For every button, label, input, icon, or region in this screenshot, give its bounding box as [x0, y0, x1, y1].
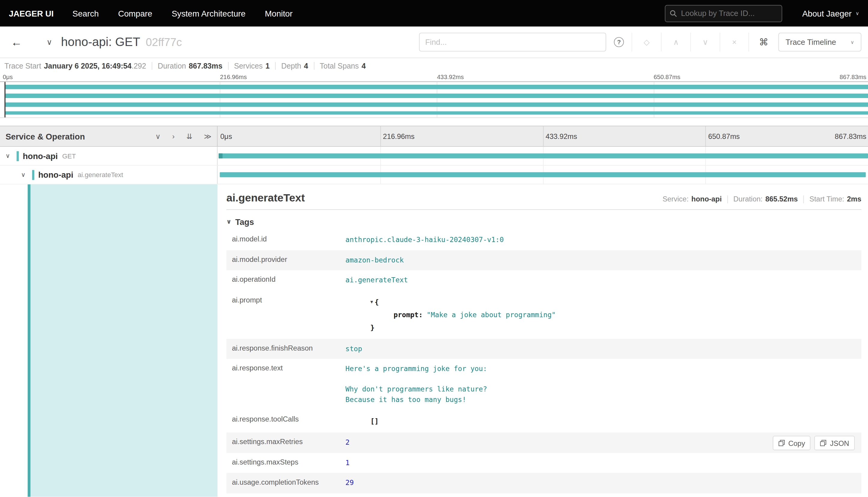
- collapse-children-icon[interactable]: ∨: [21, 171, 26, 178]
- about-jaeger-label: About Jaeger: [802, 9, 852, 18]
- trace-view-select[interactable]: Trace Timeline ∨: [778, 33, 862, 52]
- json-field-key: prompt:: [394, 310, 423, 319]
- tag-value: ai.generateText: [343, 270, 862, 290]
- search-icon: [670, 10, 677, 17]
- chevron-down-icon: ∨: [855, 11, 859, 16]
- span-row-ai-generatetext[interactable]: ∨ hono-api ai.generateText: [0, 166, 868, 185]
- collapse-trace-header-icon[interactable]: ∨: [47, 38, 52, 46]
- minimap-tick: 650.87ms: [654, 74, 680, 80]
- tag-key: ai.model.id: [226, 230, 343, 250]
- trace-id: 02ff77c: [146, 36, 182, 48]
- tag-key: ai.response.finishReason: [226, 339, 343, 359]
- trace-title: hono-api: GET: [61, 35, 140, 49]
- span-detail-header: ai.generateText Service: hono-api Durati…: [226, 191, 862, 210]
- span-service: hono-api: [23, 151, 58, 160]
- nav-item-monitor[interactable]: Monitor: [265, 9, 292, 18]
- json-button[interactable]: JSON: [814, 436, 855, 450]
- minimap-left-scrubber[interactable]: [4, 82, 6, 117]
- expand-one-level-icon[interactable]: ›: [172, 132, 175, 140]
- expand-all-icon[interactable]: ≫: [204, 132, 212, 140]
- minimap-span-bar: [5, 111, 868, 115]
- keyboard-shortcuts-icon[interactable]: ⌘: [759, 37, 768, 48]
- minimap-tick: 216.96ms: [220, 74, 247, 80]
- copy-json-icon: [820, 440, 826, 446]
- tags-actions: Copy JSON: [773, 436, 855, 450]
- span-duration-bar[interactable]: [218, 153, 868, 158]
- tag-value-json: ▼{ prompt:"Make a joke about programming…: [343, 290, 862, 339]
- minimap-tick: 0μs: [3, 74, 13, 80]
- about-jaeger-menu[interactable]: About Jaeger ∨: [802, 9, 859, 18]
- focus-match-icon[interactable]: ◇: [632, 33, 661, 52]
- next-match-icon[interactable]: ∨: [690, 33, 720, 52]
- span-detail-title: ai.generateText: [226, 191, 305, 204]
- back-icon[interactable]: ←: [11, 36, 22, 48]
- span-service: hono-api: [38, 170, 73, 179]
- trace-minimap[interactable]: [0, 82, 868, 118]
- span-row-get[interactable]: ∨ hono-api GET: [0, 147, 868, 166]
- minimap-tick-labels: 0μs 216.96ms 433.92ms 650.87ms 867.83ms: [0, 74, 868, 82]
- trace-lookup-box: [665, 5, 782, 22]
- trace-start-label: Trace Start: [4, 62, 41, 70]
- tag-value: Here's a programming joke for you: Why d…: [343, 359, 862, 410]
- span-name-cell[interactable]: ∨ hono-api ai.generateText: [0, 166, 218, 184]
- timeline-tick: 867.83ms: [835, 132, 866, 141]
- span-duration-bar[interactable]: [219, 172, 866, 178]
- trace-header: ← ∨ hono-api: GET 02ff77c ? ◇ ∧ ∨ × ⌘ Tr…: [0, 27, 868, 58]
- nav-item-search[interactable]: Search: [72, 9, 99, 18]
- span-name-cell[interactable]: ∨ hono-api GET: [0, 147, 218, 165]
- services-value: 1: [265, 62, 270, 70]
- chevron-down-icon: ∨: [226, 218, 231, 226]
- duration-label: Duration: [158, 62, 186, 70]
- collapse-all-icon[interactable]: ⇊: [186, 132, 192, 140]
- json-field-value: "Make a joke about programming": [426, 310, 556, 319]
- find-input[interactable]: [419, 33, 606, 52]
- tag-row: ai.model.provider amazon-bedrock: [226, 250, 862, 270]
- total-spans-value: 4: [362, 62, 366, 70]
- tag-key: ai.response.toolCalls: [226, 410, 343, 433]
- prev-match-icon[interactable]: ∧: [661, 33, 690, 52]
- clear-find-icon[interactable]: ×: [720, 33, 749, 52]
- nav-item-compare[interactable]: Compare: [118, 9, 153, 18]
- collapse-children-icon[interactable]: ∨: [5, 153, 10, 160]
- minimap-tick: 867.83ms: [839, 74, 866, 80]
- span-detail-name-column: [0, 184, 218, 497]
- help-icon[interactable]: ?: [614, 37, 624, 47]
- trace-summary-bar: Trace Start January 6 2025, 16:49:54 .29…: [0, 58, 868, 74]
- service-label: Service:: [663, 195, 689, 203]
- timeline-tick: 650.87ms: [708, 132, 740, 141]
- trace-lookup-input[interactable]: [681, 9, 777, 17]
- span-detail-panel: ai.generateText Service: hono-api Durati…: [218, 184, 868, 497]
- tag-row: ai.usage.promptTokens 12: [226, 493, 862, 497]
- collapse-one-level-icon[interactable]: ∨: [155, 132, 161, 140]
- tag-row: ai.response.text Here's a programming jo…: [226, 359, 862, 410]
- timeline-tick: 0μs: [220, 132, 232, 141]
- minimap-tick: 433.92ms: [437, 74, 464, 80]
- tags-accordion-toggle[interactable]: ∨ Tags: [226, 215, 862, 228]
- minimap-span-bar: [5, 102, 868, 107]
- timeline-tick: 433.92ms: [546, 132, 577, 141]
- service-operation-header: Service & Operation ∨ › ⇊ ≫: [0, 126, 218, 146]
- timeline-tick: 216.96ms: [383, 132, 415, 141]
- start-time-value: 2ms: [847, 195, 862, 203]
- tag-key: ai.model.provider: [226, 250, 343, 270]
- minimap-span-bar: [5, 85, 868, 89]
- span-detail-color-fill: [28, 184, 218, 497]
- app-logo[interactable]: JAEGER UI: [9, 9, 54, 18]
- tag-key: ai.settings.maxSteps: [226, 453, 343, 473]
- json-button-label: JSON: [830, 439, 849, 448]
- span-color-swatch: [16, 151, 19, 161]
- nav-item-system-architecture[interactable]: System Architecture: [172, 9, 246, 18]
- jaeger-trace-page: JAEGER UI Search Compare System Architec…: [0, 0, 868, 497]
- minimap-span-bar: [5, 94, 868, 98]
- timeline-tick-header: 0μs 216.96ms 433.92ms 650.87ms 867.83ms: [218, 126, 868, 146]
- tag-row: ai.response.toolCalls []: [226, 410, 862, 433]
- span-detail-row: ai.generateText Service: hono-api Durati…: [0, 184, 868, 497]
- span-track[interactable]: [218, 166, 868, 184]
- tags-accordion-label: Tags: [235, 217, 254, 226]
- span-track[interactable]: [218, 147, 868, 165]
- json-collapse-icon[interactable]: ▼: [370, 299, 373, 304]
- timeline-header: Service & Operation ∨ › ⇊ ≫ 0μs 216.96ms…: [0, 126, 868, 147]
- copy-button[interactable]: Copy: [773, 436, 811, 450]
- trace-start-ms: .292: [132, 62, 146, 70]
- copy-icon: [778, 440, 785, 446]
